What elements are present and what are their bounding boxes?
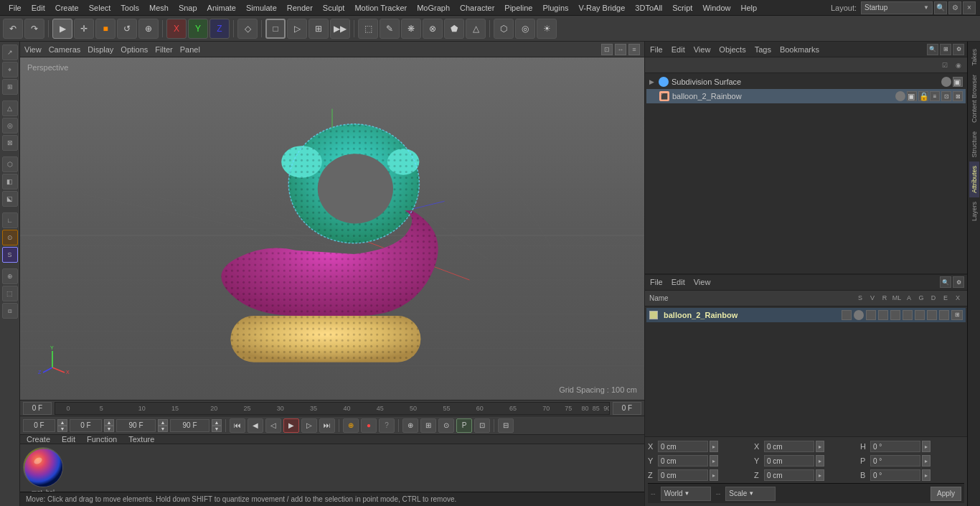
attr-col-e-btn[interactable] bbox=[927, 310, 937, 320]
menu-select[interactable]: Select bbox=[85, 2, 116, 14]
snap-knot-btn[interactable]: ❋ bbox=[401, 19, 421, 39]
render-region-btn[interactable]: □ bbox=[265, 19, 286, 39]
play-mode-btn[interactable]: P bbox=[456, 418, 472, 433]
layout-dropdown[interactable]: Startup ▼ bbox=[861, 1, 933, 14]
om-extra-btn3-balloon[interactable]: ⊠ bbox=[953, 91, 963, 101]
om-search-icon-btn[interactable]: 🔍 bbox=[927, 44, 938, 55]
vp-menu-display[interactable]: Display bbox=[88, 45, 113, 54]
attr-search-btn[interactable]: 🔍 bbox=[940, 276, 951, 288]
timeline-end-frame[interactable]: 0 F bbox=[613, 402, 641, 415]
left-btn-10[interactable]: ∟ bbox=[2, 212, 18, 228]
coord-x-size-field[interactable]: 0 cm bbox=[764, 441, 814, 452]
attr-col-a-btn[interactable] bbox=[890, 310, 900, 320]
om-menu-objects[interactable]: Objects bbox=[717, 45, 748, 54]
left-btn-8[interactable]: ◧ bbox=[2, 174, 18, 189]
coord-y-pos-arrows[interactable]: ▸ bbox=[710, 455, 718, 467]
record-move-btn[interactable]: ⊕ bbox=[343, 418, 359, 433]
om-vis-dot-subdivision[interactable] bbox=[941, 77, 951, 87]
coord-z-size-arrows[interactable]: ▸ bbox=[816, 469, 824, 481]
attr-col-v-dot[interactable] bbox=[854, 310, 864, 320]
vp-menu-cameras[interactable]: Cameras bbox=[49, 45, 81, 54]
menu-3dtoall[interactable]: 3DToAll bbox=[631, 2, 666, 14]
coord-z-pos-arrows[interactable]: ▸ bbox=[710, 469, 718, 481]
apply-button[interactable]: Apply bbox=[930, 487, 961, 501]
transport-current-field[interactable]: 0 F bbox=[70, 419, 102, 432]
attr-col-s-btn[interactable] bbox=[842, 310, 852, 320]
transport-start-field[interactable]: 0 F bbox=[23, 419, 55, 432]
start-down-arrow[interactable]: ▼ bbox=[57, 426, 67, 432]
snap-pen-btn[interactable]: ✎ bbox=[380, 19, 400, 39]
menu-vray[interactable]: V-Ray Bridge bbox=[575, 2, 630, 14]
world-dropdown[interactable]: World ▼ bbox=[661, 487, 711, 501]
menu-plugins[interactable]: Plugins bbox=[538, 2, 573, 14]
menu-simulate[interactable]: Simulate bbox=[242, 2, 281, 14]
coord-h-rot-field[interactable]: 0 ° bbox=[870, 441, 920, 452]
current-up-arrow[interactable]: ▲ bbox=[104, 419, 114, 426]
camera-persp-btn[interactable]: ⬡ bbox=[494, 19, 514, 39]
vp-menu-filter[interactable]: Filter bbox=[155, 45, 172, 54]
menu-motion-tracker[interactable]: Motion Tracker bbox=[350, 2, 411, 14]
menu-snap[interactable]: Snap bbox=[174, 2, 202, 14]
menu-animate[interactable]: Animate bbox=[203, 2, 240, 14]
goto-start-btn[interactable]: ⏮ bbox=[230, 418, 245, 433]
om-menu-view[interactable]: View bbox=[692, 45, 713, 54]
coord-p-rot-field[interactable]: 0 ° bbox=[870, 455, 920, 467]
play-forward-btn[interactable]: ▶ bbox=[283, 418, 299, 433]
layout-close-btn[interactable]: × bbox=[963, 1, 976, 14]
mat-menu-create[interactable]: Create bbox=[24, 435, 52, 444]
attr-col-x-btn[interactable] bbox=[939, 310, 949, 320]
om-settings-btn[interactable]: ⚙ bbox=[953, 44, 964, 55]
coord-x-pos-field[interactable]: 0 cm bbox=[658, 441, 708, 452]
mode-transform-btn[interactable]: ⊕ bbox=[138, 19, 159, 39]
viewport[interactable]: X Y Z Perspective Grid Spacing : 100 cm bbox=[20, 57, 644, 400]
render-active-btn[interactable]: ▷ bbox=[287, 19, 307, 39]
step-forward-btn[interactable]: ▷ bbox=[301, 418, 317, 433]
attr-settings-btn[interactable]: ⚙ bbox=[953, 276, 964, 288]
redo-button[interactable]: ↷ bbox=[24, 19, 44, 39]
layout-settings-btn[interactable]: ⚙ bbox=[948, 1, 961, 14]
coord-z-pos-field[interactable]: 0 cm bbox=[658, 469, 708, 481]
om-menu-bookmarks[interactable]: Bookmarks bbox=[778, 45, 821, 54]
coord-x-pos-arrows[interactable]: ▸ bbox=[710, 441, 718, 452]
menu-mesh[interactable]: Mesh bbox=[145, 2, 173, 14]
render-anim-btn[interactable]: ▶▶ bbox=[330, 19, 350, 39]
camera-target-btn[interactable]: ◎ bbox=[515, 19, 535, 39]
snap-loop-btn[interactable]: ⊗ bbox=[423, 19, 443, 39]
material-ball-container[interactable]: mat_bal bbox=[23, 447, 63, 496]
undo-button[interactable]: ↶ bbox=[3, 19, 23, 39]
side-tab-content-browser[interactable]: Content Browser bbox=[969, 70, 979, 127]
side-tab-layers[interactable]: Layers bbox=[969, 197, 979, 225]
attr-col-ml-btn[interactable] bbox=[878, 310, 888, 320]
grid-btn[interactable]: ⊡ bbox=[474, 418, 490, 433]
menu-script[interactable]: Script bbox=[668, 2, 697, 14]
mode-scale-btn[interactable]: ■ bbox=[95, 19, 116, 39]
start-up-arrow[interactable]: ▲ bbox=[57, 419, 67, 426]
snap-custom-btn[interactable]: ⬟ bbox=[444, 19, 464, 39]
left-btn-2[interactable]: ⌖ bbox=[2, 62, 18, 78]
coord-h-rot-arrows[interactable]: ▸ bbox=[922, 441, 930, 452]
mode-move-btn[interactable]: ✛ bbox=[74, 19, 94, 39]
menu-help[interactable]: Help bbox=[737, 2, 762, 14]
left-btn-1[interactable]: ↗ bbox=[2, 44, 18, 60]
left-btn-13[interactable]: ⊕ bbox=[2, 268, 18, 284]
om-lock-btn-balloon[interactable]: 🔒 bbox=[918, 91, 928, 101]
left-btn-7[interactable]: ⬡ bbox=[2, 156, 18, 172]
transport-end-field1[interactable]: 90 F bbox=[116, 419, 156, 432]
om-menu-edit[interactable]: Edit bbox=[669, 45, 687, 54]
left-btn-11[interactable]: ⊙ bbox=[2, 230, 18, 245]
left-btn-14[interactable]: ⬚ bbox=[2, 286, 18, 301]
step-back-btn[interactable]: ◀ bbox=[248, 418, 263, 433]
axis-z-btn[interactable]: Z bbox=[209, 19, 230, 39]
object-mode-btn[interactable]: ◇ bbox=[237, 19, 258, 39]
coord-b-rot-field[interactable]: 0 ° bbox=[870, 469, 920, 481]
side-tab-attributes[interactable]: Attributes bbox=[969, 161, 979, 197]
auto-key-btn[interactable]: ? bbox=[379, 418, 395, 433]
timeline-ruler[interactable]: 0 5 10 15 20 25 30 35 40 45 50 55 60 65 … bbox=[55, 402, 610, 415]
om-row-subdivision[interactable]: ▶ Subdivision Surface ▣ bbox=[646, 75, 966, 89]
om-menu-tags[interactable]: Tags bbox=[753, 45, 773, 54]
coord-b-rot-arrows[interactable]: ▸ bbox=[922, 469, 930, 481]
left-btn-15[interactable]: ⧈ bbox=[2, 303, 18, 319]
transport-end-field2[interactable]: 90 F bbox=[170, 419, 209, 432]
layout-search-icon[interactable]: 🔍 bbox=[934, 1, 947, 14]
left-btn-3[interactable]: ⊞ bbox=[2, 79, 18, 95]
